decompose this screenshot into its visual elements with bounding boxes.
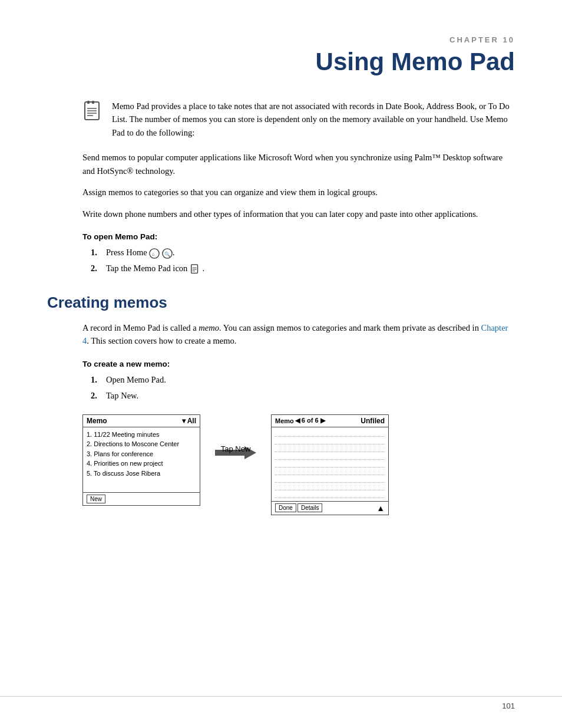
memo-edit-screen: Memo ◀ 6 of 6 ▶ Unfiled Done Detail (271, 414, 389, 515)
list-item: 1. 11/22 Meeting minutes (87, 430, 196, 440)
memo-list-filter: ▾ All (182, 417, 196, 425)
create-memo-steps: 1. Open Memo Pad. 2. Tap New. (106, 373, 515, 403)
intro-text: Memo Pad provides a place to take notes … (112, 100, 515, 139)
content-line (275, 445, 385, 452)
create-new-memo-title: To create a new memo: (82, 360, 515, 368)
memo-category: Unfiled (361, 417, 385, 425)
list-item: 4. Priorities on new project (87, 459, 196, 469)
memo-edit-header: Memo ◀ 6 of 6 ▶ Unfiled (272, 415, 388, 427)
content-line (275, 453, 385, 460)
create-step-1: 1. Open Memo Pad. (106, 373, 515, 387)
open-memo-pad-steps: 1. Press Home ⌂ 🔍 . 2. Tap the Memo Pad … (106, 246, 515, 275)
memo-pad-icon (82, 101, 104, 122)
create-step-2: 2. Tap New. (106, 389, 515, 403)
open-step-1: 1. Press Home ⌂ 🔍 . (106, 246, 515, 259)
find-icon: 🔍 (162, 248, 173, 259)
list-item: 5. To discuss Jose Ribera (87, 469, 196, 479)
chapter-label: CHAPTER 10 (47, 35, 515, 44)
intro-block: Memo Pad provides a place to take notes … (82, 100, 515, 139)
content-line (275, 483, 385, 490)
content-line (275, 430, 385, 437)
chapter-title: Using Memo Pad (47, 48, 515, 76)
svg-rect-11 (191, 265, 198, 273)
content-line (275, 437, 385, 444)
list-item: 2. Directions to Moscone Center (87, 439, 196, 449)
page-footer: 101 (0, 696, 562, 710)
details-button[interactable]: Details (297, 503, 323, 512)
screenshots-area: Memo ▾ All 1. 11/22 Meeting minutes 2. D… (82, 414, 515, 515)
memo-edit-title: Memo (275, 417, 294, 424)
body-para-2: Assign memos to categories so that you c… (82, 186, 515, 199)
open-step-2: 2. Tap the Memo Pad icon . (106, 262, 515, 275)
memopad-inline-icon (190, 264, 200, 275)
memo-list-footer: New (83, 492, 200, 505)
content-line (275, 460, 385, 467)
done-button[interactable]: Done (275, 503, 296, 512)
scroll-up-arrow[interactable]: ▲ (376, 503, 385, 513)
list-item: 3. Plans for conference (87, 449, 196, 459)
open-memo-pad-title: To open Memo Pad: (82, 232, 515, 241)
svg-rect-2 (92, 101, 94, 104)
creating-memos-heading: Creating memos (47, 294, 515, 312)
memo-list-items: 1. 11/22 Meeting minutes 2. Directions t… (83, 427, 200, 492)
memo-edit-content (272, 427, 388, 501)
footer-buttons: Done Details (275, 503, 322, 512)
memo-list-screen: Memo ▾ All 1. 11/22 Meeting minutes 2. D… (82, 414, 200, 506)
svg-rect-1 (87, 101, 90, 104)
content-line (275, 468, 385, 475)
tap-new-label: Tap New (221, 444, 251, 453)
memo-list-header: Memo ▾ All (83, 415, 200, 427)
home-icon: ⌂ (149, 248, 160, 259)
memo-list-title: Memo (87, 417, 107, 425)
memo-page-nav: ◀ 6 of 6 ▶ (295, 417, 325, 424)
page: CHAPTER 10 Using Memo Pad Memo Pad provi… (0, 0, 562, 728)
memo-nav: Memo ◀ 6 of 6 ▶ (275, 417, 325, 424)
page-number: 101 (502, 701, 515, 710)
memo-edit-footer: Done Details ▲ (272, 501, 388, 515)
creating-memos-description: A record in Memo Pad is called a memo. Y… (82, 321, 515, 348)
body-para-1: Send memos to popular computer applicati… (82, 151, 515, 177)
body-para-3: Write down phone numbers and other types… (82, 207, 515, 220)
tap-new-arrow: Tap New (200, 414, 271, 462)
svg-text:⌂: ⌂ (152, 252, 155, 257)
new-button[interactable]: New (87, 495, 105, 503)
content-line (275, 476, 385, 483)
content-line (275, 491, 385, 498)
svg-text:🔍: 🔍 (164, 251, 171, 258)
